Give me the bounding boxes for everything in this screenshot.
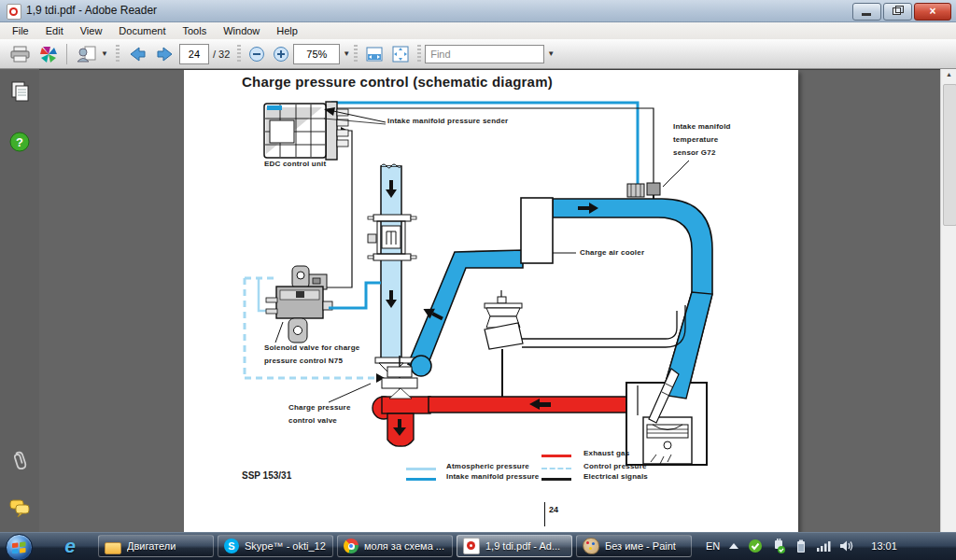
page-number: 24 <box>549 505 558 514</box>
network-signal-icon[interactable] <box>816 539 831 553</box>
adobe-reader-icon <box>7 4 21 20</box>
zoom-level-input[interactable] <box>293 44 340 64</box>
svg-text:?: ? <box>16 135 23 149</box>
window-titlebar[interactable]: 1,9 tdi.pdf - Adobe Reader × <box>0 0 956 22</box>
help-icon[interactable]: ? <box>8 131 31 153</box>
minimize-button[interactable] <box>852 3 881 21</box>
legend-line-control <box>541 468 571 469</box>
scroll-up-icon[interactable]: ▲ <box>941 71 956 77</box>
restore-button[interactable] <box>883 3 912 21</box>
back-arrow-icon <box>127 45 148 63</box>
fit-width-button[interactable] <box>361 43 387 65</box>
egr-valve-drawing <box>485 290 523 397</box>
page-total-label: / 32 <box>213 49 230 60</box>
label-g72-line2: temperature <box>673 135 718 144</box>
taskbar-button-folder[interactable]: Двигатели <box>98 535 214 557</box>
legend-label-control: Control pressure <box>583 462 647 470</box>
g72-pointer-line <box>663 161 689 187</box>
menu-document[interactable]: Document <box>110 23 174 38</box>
show-hidden-icons-arrow[interactable] <box>728 541 739 551</box>
label-n75-line1: Solenoid valve for charge <box>264 343 359 352</box>
start-button[interactable] <box>6 534 33 560</box>
control-valve-pointer <box>329 384 371 402</box>
pinwheel-icon <box>39 45 58 63</box>
pages-panel-icon[interactable] <box>8 80 31 103</box>
menu-tools[interactable]: Tools <box>175 23 216 38</box>
page-number-input[interactable] <box>179 44 209 64</box>
n75-solenoid-valve-drawing <box>266 266 332 343</box>
folder-icon <box>105 542 121 554</box>
chrome-icon <box>344 539 358 553</box>
find-input[interactable] <box>425 45 544 63</box>
pdf-page: Charge pressure control (schematic diagr… <box>184 70 798 532</box>
taskbar-button-adobe-reader[interactable]: 1,9 tdi.pdf - Ad... <box>457 535 572 557</box>
forward-arrow-icon <box>155 45 176 63</box>
scrollbar-thumb[interactable] <box>943 84 956 226</box>
language-indicator[interactable]: EN <box>706 540 720 552</box>
previous-page-button[interactable] <box>123 43 151 65</box>
menu-bar: File Edit View Document Tools Window Hel… <box>0 22 956 39</box>
legend-label-exhaust: Exhaust gas <box>583 449 629 457</box>
duct-sensor-drawing <box>368 215 416 260</box>
label-edc-unit: EDC control unit <box>264 160 326 168</box>
legend-line-atmospheric <box>406 468 436 470</box>
label-control-valve-line2: control valve <box>288 416 337 425</box>
label-g72-line1: Intake manifold <box>673 122 731 131</box>
fit-page-button[interactable] <box>387 43 414 65</box>
collaborate-button[interactable] <box>35 43 62 65</box>
zoom-dropdown-arrow-icon[interactable]: ▼ <box>343 49 350 58</box>
taskbar-button-skype[interactable]: S Skype™ - okti_12 <box>218 535 333 557</box>
desktop: 1,9 tdi.pdf - Adobe Reader × File Edit V… <box>0 0 956 560</box>
label-g72-line3: sensor G72 <box>673 148 716 157</box>
label-n75-line2: pressure control N75 <box>264 357 343 365</box>
legend-line-exhaust <box>541 455 571 457</box>
toolbar: ▼ / 32 ▼ <box>0 39 956 69</box>
print-button[interactable] <box>6 43 35 65</box>
menu-view[interactable]: View <box>72 23 111 38</box>
navigation-sidebar: ? <box>0 69 39 532</box>
sign-button[interactable]: ▼ <box>72 43 112 65</box>
security-check-icon[interactable] <box>748 539 763 553</box>
fit-page-icon <box>391 45 410 63</box>
ssp-reference: SSP 153/31 <box>242 470 291 481</box>
taskbar-button-paint[interactable]: Без име - Paint <box>576 535 692 557</box>
legend-line-intake <box>406 478 436 481</box>
footer-divider <box>544 502 545 526</box>
label-control-valve-line1: Charge pressure <box>288 403 351 412</box>
plus-circle-icon <box>273 46 289 63</box>
adobe-reader-taskbar-icon <box>463 538 480 554</box>
close-button[interactable]: × <box>914 3 951 21</box>
vertical-scrollbar[interactable]: ▲ <box>940 69 956 532</box>
printer-icon <box>9 45 32 63</box>
menu-help[interactable]: Help <box>268 23 306 38</box>
dropdown-arrow-icon: ▼ <box>101 49 108 58</box>
edc-control-unit-drawing <box>264 102 348 160</box>
fit-width-icon <box>365 46 384 63</box>
legend-line-electrical <box>541 478 571 481</box>
usb-device-icon[interactable] <box>771 539 786 553</box>
battery-icon[interactable] <box>794 539 808 553</box>
turbocharger-drawing <box>373 356 431 446</box>
attachments-paperclip-icon[interactable] <box>8 450 31 472</box>
zoom-in-button[interactable] <box>269 43 293 65</box>
windows-logo-icon <box>12 541 26 553</box>
menu-window[interactable]: Window <box>215 23 268 38</box>
next-page-button[interactable] <box>151 43 179 65</box>
zoom-out-button[interactable] <box>245 43 269 65</box>
n75-pressure-line <box>329 283 381 308</box>
volume-icon[interactable] <box>839 539 855 553</box>
taskbar-button-chrome[interactable]: моля за схема ... <box>337 535 453 557</box>
label-pressure-sender: Intake manifold pressure sender <box>387 117 508 125</box>
menu-edit[interactable]: Edit <box>37 23 72 38</box>
comments-icon[interactable] <box>8 497 31 519</box>
manifold-sensor-fittings <box>627 183 660 201</box>
label-charge-air-cooler: Charge air cooler <box>580 248 644 257</box>
skype-icon: S <box>224 539 239 553</box>
atmospheric-line <box>259 279 276 311</box>
internet-explorer-icon[interactable]: e <box>58 535 82 557</box>
legend-label-electrical: Electrical signals <box>583 472 648 481</box>
legend-label-atmospheric: Atmospheric pressure <box>446 462 529 470</box>
find-dropdown-arrow-icon[interactable]: ▼ <box>547 49 555 58</box>
menu-file[interactable]: File <box>4 23 37 38</box>
clock[interactable]: 13:01 <box>871 540 897 552</box>
